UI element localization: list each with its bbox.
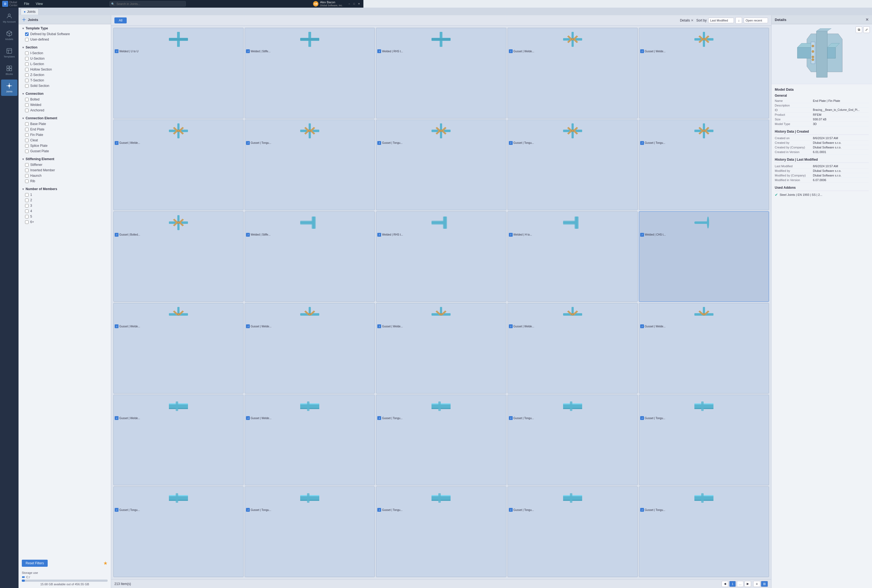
svg-point-50 [177, 130, 180, 132]
filter-splice-plate[interactable]: Splice Plate [18, 143, 111, 148]
filter-l-section[interactable]: L-Section [18, 61, 111, 67]
sidebar-item-templates[interactable]: Templates [1, 45, 17, 61]
filter-rib[interactable]: Rib [18, 178, 111, 184]
item-card[interactable]: JWelded | Stiffe... [245, 212, 363, 243]
close-button[interactable]: ✕ [357, 2, 361, 6]
l-section-checkbox[interactable] [25, 62, 29, 66]
filter-6plus-members[interactable]: 6+ [18, 219, 111, 225]
hollow-section-checkbox[interactable] [25, 68, 29, 71]
filter-hollow-section[interactable]: Hollow Section [18, 67, 111, 72]
6plus-members-checkbox[interactable] [25, 220, 29, 224]
splice-plate-checkbox[interactable] [25, 144, 29, 148]
filter-base-plate[interactable]: Base Plate [18, 121, 111, 127]
filter-z-section[interactable]: Z-Section [18, 72, 111, 78]
6plus-members-label: 6+ [30, 220, 34, 224]
collapse-arrow: ▼ [22, 27, 24, 30]
filter-4-members[interactable]: 4 [18, 208, 111, 214]
item-card[interactable]: JWelded | U to U [113, 28, 243, 118]
solid-section-checkbox[interactable] [25, 84, 29, 88]
sidebar-item-blocks[interactable]: Blocks [1, 62, 17, 78]
stiffening-element-label: Stiffening Element [26, 157, 54, 161]
end-plate-checkbox[interactable] [25, 128, 29, 131]
svg-rect-1 [7, 48, 12, 53]
filter-cleat[interactable]: Cleat [18, 138, 111, 143]
filter-t-section[interactable]: T-Section [18, 78, 111, 83]
5-members-checkbox[interactable] [25, 215, 29, 218]
user-defined-checkbox[interactable] [25, 38, 29, 41]
template-type-label: Template Type [26, 26, 48, 30]
inserted-member-checkbox[interactable] [25, 169, 29, 172]
z-section-checkbox[interactable] [25, 73, 29, 77]
base-plate-checkbox[interactable] [25, 122, 29, 126]
filter-u-section[interactable]: U-Section [18, 56, 111, 61]
fin-plate-checkbox[interactable] [25, 133, 29, 137]
item-name: Welded | Stiffe... [251, 50, 363, 53]
i-section-checkbox[interactable] [25, 51, 29, 55]
minimize-button[interactable]: − [347, 2, 351, 6]
filter-solid-section[interactable]: Solid Section [18, 83, 111, 88]
filter-user-defined[interactable]: User-defined [18, 37, 111, 42]
template-type-header[interactable]: ▼ Template Type [18, 26, 111, 32]
stiffening-element-header[interactable]: ▼ Stiffening Element [18, 156, 111, 162]
view-menu[interactable]: View [33, 2, 45, 6]
joints-header-icon [22, 17, 26, 22]
filter-anchored[interactable]: Anchored [18, 108, 111, 113]
1-member-checkbox[interactable] [25, 193, 29, 196]
t-section-checkbox[interactable] [25, 79, 29, 82]
filter-i-section[interactable]: I-Section [18, 50, 111, 56]
defined-dlubal-checkbox[interactable] [25, 32, 29, 36]
sidebar-item-joints[interactable]: Joints [1, 80, 17, 96]
2-members-checkbox[interactable] [25, 198, 29, 202]
joints-tab[interactable]: ● Joints [21, 9, 39, 15]
welded-checkbox[interactable] [25, 103, 29, 107]
all-tab[interactable]: All [114, 17, 127, 23]
gusset-plate-checkbox[interactable] [25, 150, 29, 153]
connection-header[interactable]: ▼ Connection [18, 91, 111, 97]
section-header[interactable]: ▼ Section [18, 44, 111, 50]
haunch-checkbox[interactable] [25, 174, 29, 178]
filter-inserted-member[interactable]: Inserted Member [18, 168, 111, 173]
cube-icon [6, 30, 12, 37]
filter-haunch[interactable]: Haunch [18, 173, 111, 178]
item-card[interactable]: JWelded | Stiffe... [245, 28, 363, 118]
item-card[interactable]: JGusset | Tongu... [245, 120, 363, 210]
filter-2-members[interactable]: 2 [18, 198, 111, 203]
item-thumbnail [115, 122, 242, 141]
search-input[interactable] [110, 1, 186, 6]
item-name: Gusset | Bolted... [119, 233, 242, 236]
4-members-checkbox[interactable] [25, 209, 29, 213]
filter-defined-dlubal[interactable]: Defined by Dlubal Software [18, 32, 111, 37]
anchored-checkbox[interactable] [25, 109, 29, 112]
maximize-button[interactable]: □ [352, 2, 356, 6]
filter-gusset-plate[interactable]: Gusset Plate [18, 148, 111, 154]
connection-element-header[interactable]: ▼ Connection Element [18, 115, 111, 121]
number-of-members-header[interactable]: ▼ Number of Members [18, 186, 111, 192]
bolted-checkbox[interactable] [25, 98, 29, 101]
filter-stiffener[interactable]: Stiffener [18, 162, 111, 168]
3-members-checkbox[interactable] [25, 204, 29, 207]
search-icon: 🔍 [111, 3, 114, 6]
1-member-label: 1 [30, 193, 32, 196]
filter-3-members[interactable]: 3 [18, 203, 111, 208]
items-grid: JWelded | U to U JWelded | Stiffe... JWe… [111, 26, 363, 243]
svg-point-11 [23, 19, 24, 20]
filter-end-plate[interactable]: End Plate [18, 127, 111, 132]
item-thumbnail [246, 122, 363, 141]
sidebar-item-my-account[interactable]: My Account [1, 10, 17, 26]
item-card[interactable]: JGusset | Bolted... [113, 212, 243, 243]
filter-1-member[interactable]: 1 [18, 192, 111, 198]
u-section-checkbox[interactable] [25, 57, 29, 60]
file-menu[interactable]: File [22, 2, 32, 6]
cleat-checkbox[interactable] [25, 139, 29, 142]
sidebar-item-models[interactable]: Models [1, 27, 17, 44]
stiffener-checkbox[interactable] [25, 163, 29, 166]
item-thumbnail [246, 30, 363, 49]
filter-5-members[interactable]: 5 [18, 214, 111, 219]
rib-checkbox[interactable] [25, 180, 29, 183]
filter-bolted[interactable]: Bolted [18, 97, 111, 102]
filter-fin-plate[interactable]: Fin Plate [18, 132, 111, 138]
4-members-label: 4 [30, 209, 32, 213]
filter-welded[interactable]: Welded [18, 102, 111, 108]
item-card[interactable]: JGusset | Welde... [113, 120, 243, 210]
user-company: Dlubal Software, Inc. [320, 4, 343, 7]
